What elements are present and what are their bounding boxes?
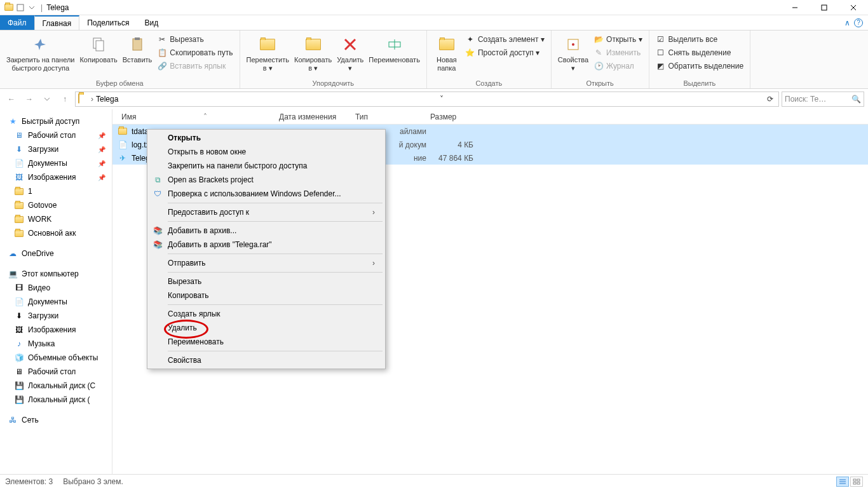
nav-pictures[interactable]: 🖼Изображения📌 — [0, 170, 112, 184]
delete-x-icon — [340, 34, 360, 55]
search-input[interactable]: Поиск: Те… 🔍 — [782, 92, 864, 107]
video-icon: 🎞 — [14, 283, 24, 293]
breadcrumb-folder[interactable]: Telega — [96, 95, 118, 104]
nav-onedrive[interactable]: ☁OneDrive — [0, 247, 112, 261]
nav-back-button[interactable]: ← — [4, 92, 19, 107]
refresh-icon[interactable]: ⟳ — [764, 95, 776, 104]
close-button[interactable] — [839, 0, 868, 15]
ctx-copy[interactable]: Копировать — [149, 288, 384, 302]
drive-icon: 💾 — [14, 395, 24, 405]
column-name[interactable]: Имя˄ — [118, 112, 275, 121]
open-button[interactable]: 📂Открыть ▾ — [591, 33, 644, 46]
rename-button[interactable]: Переименовать — [366, 33, 423, 65]
ctx-grant-access[interactable]: Предоставить доступ к› — [149, 205, 384, 219]
ctx-delete[interactable]: Удалить — [149, 321, 384, 335]
copy-to-button[interactable]: Копировать в ▾ — [292, 33, 334, 74]
nav-folder-work[interactable]: WORK — [0, 212, 112, 226]
pc-icon: 💻 — [8, 269, 18, 279]
ribbon-collapse-icon[interactable]: ∧ — [844, 18, 850, 27]
nav-this-pc[interactable]: 💻Этот компьютер — [0, 267, 112, 281]
view-details-button[interactable] — [836, 477, 849, 487]
ctx-open-new-window[interactable]: Открыть в новом окне — [149, 145, 384, 159]
rename-icon — [384, 34, 405, 55]
nav-videos[interactable]: 🎞Видео — [0, 281, 112, 295]
downloads-icon: ⬇ — [14, 311, 24, 321]
select-none-button[interactable]: ☐Снять выделение — [653, 46, 747, 59]
nav-music[interactable]: ♪Музыка — [0, 337, 112, 351]
ctx-defender[interactable]: 🛡Проверка с использованием Windows Defen… — [149, 187, 384, 201]
new-folder-button[interactable]: Новая папка — [431, 33, 463, 74]
history-button[interactable]: 🕑Журнал — [591, 60, 644, 72]
navigation-pane: ★Быстрый доступ 🖥Рабочий стол📌 ⬇Загрузки… — [0, 109, 112, 474]
properties-button[interactable]: Свойства ▾ — [555, 33, 591, 74]
easy-access-button[interactable]: ⭐Простой доступ ▾ — [463, 46, 547, 59]
nav-pictures2[interactable]: 🖼Изображения — [0, 323, 112, 337]
minimize-button[interactable] — [780, 0, 810, 15]
new-item-button[interactable]: ✦Создать элемент ▾ — [463, 33, 547, 46]
nav-desktop2[interactable]: 🖥Рабочий стол — [0, 365, 112, 379]
ctx-rename[interactable]: Переименовать — [149, 335, 384, 349]
ctx-open[interactable]: Открыть — [149, 131, 384, 145]
qat-dropdown-icon[interactable] — [27, 3, 37, 13]
help-icon[interactable]: ? — [854, 18, 863, 27]
ribbon: Закрепить на панели быстрого доступа Коп… — [0, 30, 868, 89]
cut-button[interactable]: ✂Вырезать — [154, 33, 235, 46]
ctx-create-shortcut[interactable]: Создать ярлык — [149, 307, 384, 321]
nav-downloads[interactable]: ⬇Загрузки📌 — [0, 142, 112, 156]
nav-downloads2[interactable]: ⬇Загрузки — [0, 309, 112, 323]
easy-access-icon: ⭐ — [465, 48, 475, 58]
nav-desktop[interactable]: 🖥Рабочий стол📌 — [0, 128, 112, 142]
nav-up-button[interactable]: ↑ — [57, 92, 72, 107]
nav-folder-gotovoe[interactable]: Gotovoe — [0, 198, 112, 212]
nav-folder-1[interactable]: 1 — [0, 184, 112, 198]
copy-path-button[interactable]: 📋Скопировать путь — [154, 46, 235, 59]
ctx-send-to[interactable]: Отправить› — [149, 256, 384, 270]
svg-rect-18 — [853, 479, 856, 481]
ctx-cut[interactable]: Вырезать — [149, 274, 384, 288]
edit-button[interactable]: ✎Изменить — [591, 46, 644, 59]
ctx-properties[interactable]: Свойства — [149, 353, 384, 367]
invert-selection-button[interactable]: ◩Обратить выделение — [653, 60, 747, 72]
qat-save-icon[interactable] — [15, 3, 25, 13]
ctx-add-rar[interactable]: 📚Добавить в архив "Telega.rar" — [149, 238, 384, 252]
maximize-button[interactable] — [810, 0, 839, 15]
chevron-right-icon[interactable]: › — [91, 95, 93, 104]
move-to-button[interactable]: Переместить в ▾ — [244, 33, 292, 74]
chevron-right-icon: › — [372, 259, 375, 268]
dropdown-icon[interactable]: ˅ — [437, 95, 446, 104]
search-icon: 🔍 — [851, 95, 861, 104]
nav-3d-objects[interactable]: 🧊Объемные объекты — [0, 351, 112, 365]
nav-network[interactable]: 🖧Сеть — [0, 413, 112, 427]
address-bar[interactable]: › Telega ˅ ⟳ — [75, 92, 779, 107]
nav-recent-button[interactable] — [39, 92, 55, 107]
nav-documents2[interactable]: 📄Документы — [0, 295, 112, 309]
pictures-icon: 🖼 — [14, 172, 24, 182]
status-item-count: Элементов: 3 — [5, 477, 53, 486]
column-size[interactable]: Размер — [426, 112, 477, 121]
paste-button[interactable]: Вставить — [120, 33, 155, 65]
column-date[interactable]: Дата изменения — [275, 112, 351, 121]
ctx-brackets[interactable]: ⧉Open as Brackets project — [149, 173, 384, 187]
nav-folder-main-acc[interactable]: Основной акк — [0, 226, 112, 240]
copy-button[interactable]: Копировать — [77, 33, 119, 65]
tab-file[interactable]: Файл — [0, 15, 34, 30]
paste-shortcut-button[interactable]: 🔗Вставить ярлык — [154, 60, 235, 72]
tab-share[interactable]: Поделиться — [79, 15, 137, 30]
nav-documents[interactable]: 📄Документы📌 — [0, 156, 112, 170]
nav-drive-d[interactable]: 💾Локальный диск ( — [0, 393, 112, 407]
view-thumbnails-button[interactable] — [850, 477, 863, 487]
select-all-button[interactable]: ☑Выделить все — [653, 33, 747, 46]
tab-view[interactable]: Вид — [137, 15, 166, 30]
new-item-icon: ✦ — [465, 34, 475, 44]
nav-forward-button[interactable]: → — [22, 92, 37, 107]
column-type[interactable]: Тип — [351, 112, 426, 121]
delete-button[interactable]: Удалить ▾ — [334, 33, 366, 74]
ctx-add-archive[interactable]: 📚Добавить в архив... — [149, 224, 384, 238]
tab-home[interactable]: Главная — [34, 15, 80, 30]
nav-quick-access[interactable]: ★Быстрый доступ — [0, 114, 112, 128]
documents-icon: 📄 — [14, 297, 24, 307]
ctx-pin-quick[interactable]: Закрепить на панели быстрого доступа — [149, 159, 384, 173]
pin-quickaccess-button[interactable]: Закрепить на панели быстрого доступа — [4, 33, 77, 74]
chevron-right-icon: › — [372, 208, 375, 217]
nav-drive-c[interactable]: 💾Локальный диск (C — [0, 379, 112, 393]
